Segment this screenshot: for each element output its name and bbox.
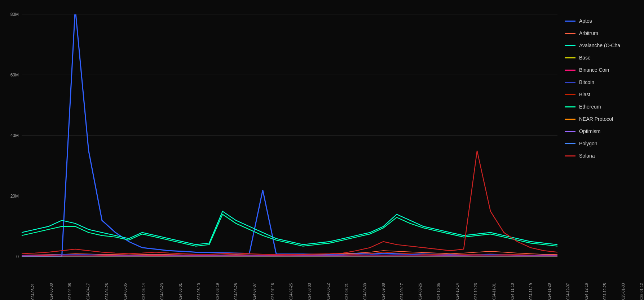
legend-label: Bitcoin bbox=[579, 79, 594, 85]
x-tick-label: 2024-04-26 bbox=[105, 283, 109, 300]
x-tick-label: 2024-09-08 bbox=[381, 283, 385, 300]
legend-color-swatch bbox=[565, 131, 575, 132]
y-tick-label: 60M bbox=[10, 72, 19, 78]
x-tick-label: 2024-12-25 bbox=[603, 283, 606, 300]
x-tick-label: 2024-07-07 bbox=[252, 283, 256, 300]
x-tick-label: 2024-08-30 bbox=[363, 283, 367, 300]
x-tick-label: 2024-10-14 bbox=[455, 283, 459, 300]
legend-label: Ethereum bbox=[579, 104, 601, 110]
x-tick-label: 2025-01-03 bbox=[621, 283, 625, 300]
chart-svg bbox=[22, 14, 557, 257]
legend-label: Avalanche (C-Cha bbox=[579, 43, 620, 48]
x-tick-label: 2024-12-16 bbox=[584, 283, 588, 300]
legend-color-swatch bbox=[565, 94, 575, 95]
x-tick-label: 2024-10-23 bbox=[473, 283, 477, 300]
legend-color-swatch bbox=[565, 119, 575, 120]
x-tick-label: 2024-06-28 bbox=[234, 283, 238, 300]
legend-item: Bitcoin bbox=[565, 79, 644, 85]
x-tick-label: 2024-08-03 bbox=[308, 283, 312, 300]
x-tick-label: 2024-06-10 bbox=[197, 283, 201, 300]
legend-label: Base bbox=[579, 55, 591, 61]
legend-color-swatch bbox=[565, 45, 575, 46]
y-tick-label: 20M bbox=[10, 194, 19, 199]
legend: AptosArbitrumAvalanche (C-ChaBaseBinance… bbox=[565, 14, 644, 257]
x-tick-label: 2024-12-07 bbox=[566, 283, 570, 300]
x-tick-label: 2024-09-26 bbox=[418, 283, 422, 300]
legend-color-swatch bbox=[565, 21, 575, 22]
x-tick-label: 2024-11-10 bbox=[511, 283, 515, 300]
legend-label: Blast bbox=[579, 92, 590, 97]
legend-color-swatch bbox=[565, 106, 575, 107]
legend-item: Arbitrum bbox=[565, 30, 644, 36]
x-tick-label: 2024-05-14 bbox=[142, 283, 146, 300]
chart-container: 80M60M40M20M0 2024-03-212024-03-302024-0… bbox=[0, 0, 644, 300]
legend-label: Solana bbox=[579, 153, 595, 159]
legend-item: Optimism bbox=[565, 128, 644, 134]
x-axis: 2024-03-212024-03-302024-04-082024-04-17… bbox=[22, 290, 557, 296]
legend-item: Base bbox=[565, 55, 644, 61]
legend-color-swatch bbox=[565, 33, 575, 34]
legend-item: Aptos bbox=[565, 18, 644, 24]
legend-color-swatch bbox=[565, 143, 575, 144]
x-tick-label: 2024-08-12 bbox=[326, 283, 330, 300]
x-tick-label: 2024-06-01 bbox=[178, 283, 182, 300]
legend-color-swatch bbox=[565, 155, 575, 156]
x-tick-label: 2025-01-12 bbox=[640, 283, 644, 300]
legend-label: Binance Coin bbox=[579, 67, 609, 73]
x-tick-label: 2024-04-08 bbox=[68, 283, 72, 300]
legend-item: Ethereum bbox=[565, 104, 644, 110]
x-tick-label: 2024-08-21 bbox=[344, 283, 348, 300]
legend-item: NEAR Protocol bbox=[565, 116, 644, 122]
x-tick-label: 2024-03-21 bbox=[31, 283, 35, 300]
y-tick-label: 0 bbox=[16, 254, 19, 259]
x-tick-label: 2024-06-19 bbox=[215, 283, 219, 300]
x-tick-label: 2024-11-01 bbox=[492, 283, 496, 300]
x-tick-label: 2024-05-05 bbox=[123, 283, 127, 300]
x-tick-label: 2024-11-19 bbox=[529, 283, 533, 300]
legend-item: Blast bbox=[565, 92, 644, 97]
legend-item: Solana bbox=[565, 153, 644, 159]
x-tick-label: 2024-05-23 bbox=[160, 283, 164, 300]
x-tick-label: 2024-03-30 bbox=[49, 283, 53, 300]
legend-color-swatch bbox=[565, 70, 575, 71]
legend-item: Binance Coin bbox=[565, 67, 644, 73]
legend-item: Polygon bbox=[565, 141, 644, 146]
legend-color-swatch bbox=[565, 57, 575, 58]
line-aptos bbox=[22, 14, 557, 257]
line-solana bbox=[22, 151, 557, 255]
y-tick-label: 40M bbox=[10, 133, 19, 138]
y-tick-label: 80M bbox=[10, 12, 19, 17]
legend-label: Aptos bbox=[579, 18, 592, 24]
line-avalanche bbox=[22, 211, 557, 244]
legend-label: Polygon bbox=[579, 141, 597, 146]
chart-area: 80M60M40M20M0 2024-03-212024-03-302024-0… bbox=[22, 14, 557, 257]
legend-label: Optimism bbox=[579, 128, 600, 134]
legend-item: Avalanche (C-Cha bbox=[565, 43, 644, 48]
x-tick-label: 2024-11-28 bbox=[547, 283, 551, 300]
legend-color-swatch bbox=[565, 82, 575, 83]
x-tick-label: 2024-07-16 bbox=[271, 283, 275, 300]
x-tick-label: 2024-10-05 bbox=[437, 283, 441, 300]
x-tick-label: 2024-07-25 bbox=[289, 283, 293, 300]
x-tick-label: 2024-04-17 bbox=[86, 283, 90, 300]
x-tick-label: 2024-09-17 bbox=[400, 283, 404, 300]
legend-label: Arbitrum bbox=[579, 30, 598, 36]
legend-label: NEAR Protocol bbox=[579, 116, 613, 122]
